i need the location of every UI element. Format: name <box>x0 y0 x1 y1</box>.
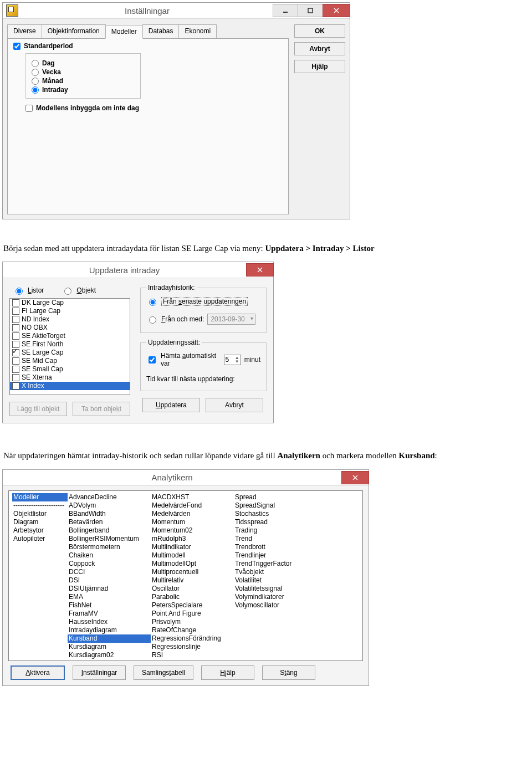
list-item[interactable]: Multimodell <box>151 551 234 560</box>
checkbox-icon[interactable] <box>12 374 19 381</box>
list-item[interactable]: SE Large Cap <box>10 349 130 357</box>
close-button[interactable] <box>341 471 369 484</box>
list-item[interactable]: Stochastics <box>234 510 317 518</box>
nav-column[interactable]: Modeller-----------------------Objektlis… <box>12 493 68 658</box>
checkbox-icon[interactable] <box>12 332 19 340</box>
checkbox-icon[interactable] <box>12 308 19 315</box>
list-item[interactable]: NO OBX <box>10 324 130 332</box>
add-object-button[interactable]: Lägg till objekt <box>9 402 67 416</box>
nav-item[interactable]: Autopiloter <box>12 535 68 543</box>
list-item[interactable]: Trading <box>234 526 317 535</box>
list-item[interactable]: Börstermometern <box>68 543 151 551</box>
tab-diverse[interactable]: Diverse <box>7 24 42 38</box>
checkbox-icon[interactable] <box>12 382 19 390</box>
maximize-button[interactable] <box>298 4 323 17</box>
nav-item[interactable]: ----------------------- <box>12 501 68 510</box>
nav-item[interactable]: Objektlistor <box>12 510 68 518</box>
list-item[interactable]: Tidsspread <box>234 518 317 526</box>
list-item[interactable]: Kursband <box>68 634 151 643</box>
list-item[interactable]: Multirelativ <box>151 576 234 585</box>
list-item[interactable]: EMA <box>68 593 151 601</box>
activate-button[interactable]: Aktivera <box>11 665 65 680</box>
checkbox-icon[interactable] <box>12 324 19 331</box>
list-item[interactable]: DK Large Cap <box>10 299 130 307</box>
list-item[interactable]: SE Small Cap <box>10 365 130 373</box>
list-item[interactable]: Spread <box>234 493 317 501</box>
list-item[interactable]: PetersSpecialare <box>151 601 234 610</box>
update-button[interactable]: Uppdatera <box>142 398 200 412</box>
standardperiod-checkbox[interactable]: Standardperiod <box>13 42 283 50</box>
nav-item[interactable]: Arbetsytor <box>12 526 68 535</box>
list-item[interactable]: mRudolph3 <box>151 535 234 543</box>
list-item[interactable]: BBandWidth <box>68 510 151 518</box>
cancel-button[interactable]: Avbryt <box>294 42 345 55</box>
list-item[interactable]: RSIUtjämnad <box>151 659 234 661</box>
checkbox-icon[interactable] <box>12 349 19 356</box>
list-item[interactable]: MultimodellOpt <box>151 560 234 568</box>
auto-fetch[interactable]: Hämta automatiskt var 5▲▼ minut <box>146 352 260 367</box>
close-button[interactable] <box>246 263 274 277</box>
checkbox-icon[interactable] <box>12 316 19 323</box>
list-item[interactable]: HausseIndex <box>68 618 151 626</box>
list-item[interactable]: ADVolym <box>68 501 151 510</box>
radio-vecka[interactable]: Vecka <box>32 68 135 76</box>
mode-objekt[interactable]: Objekt <box>62 286 96 295</box>
close-dialog-button[interactable]: Stäng <box>262 665 315 680</box>
model-list[interactable]: Modeller-----------------------Objektlis… <box>8 490 363 661</box>
nav-item[interactable]: Diagram <box>12 518 68 526</box>
list-item[interactable]: SpreadSignal <box>234 501 317 510</box>
checkbox-icon[interactable] <box>12 299 19 306</box>
date-picker[interactable]: 2013-09-30 <box>207 314 255 325</box>
list-item[interactable]: MACD <box>68 659 151 661</box>
list-item[interactable]: MACDXHST <box>151 493 234 501</box>
mode-listor[interactable]: Listor <box>13 286 44 295</box>
list-item[interactable]: DSI <box>68 576 151 585</box>
list-item[interactable]: DSIUtjämnad <box>68 585 151 593</box>
model-col-3[interactable]: SpreadSpreadSignalStochasticsTidsspreadT… <box>234 493 317 658</box>
list-item[interactable]: AdvanceDecline <box>68 493 151 501</box>
list-item[interactable]: BollingerRSIMomentum <box>68 535 151 543</box>
tab-objektinformation[interactable]: Objektinformation <box>42 24 106 38</box>
list-item[interactable]: SE AktieTorget <box>10 332 130 340</box>
opt-from-date[interactable]: Från och med: 2013-09-30 <box>146 314 260 325</box>
list-item[interactable]: Regressionslinje <box>151 643 234 651</box>
list-item[interactable]: RateOfChange <box>151 626 234 634</box>
list-item[interactable]: RegressionsFörändring <box>151 634 234 643</box>
list-item[interactable]: Intradaydiagram <box>68 626 151 634</box>
list-item[interactable]: X Index <box>10 382 130 390</box>
list-item[interactable]: Oscillator <box>151 585 234 593</box>
tab-databas[interactable]: Databas <box>142 24 180 38</box>
list-item[interactable]: Kursdiagram02 <box>68 651 151 659</box>
settings-button[interactable]: Inställningar <box>73 665 126 680</box>
list-item[interactable]: Momentum02 <box>151 526 234 535</box>
list-item[interactable]: DCCI <box>68 568 151 576</box>
list-item[interactable]: Trend <box>234 535 317 543</box>
list-item[interactable]: FishNet <box>68 601 151 610</box>
tab-ekonomi[interactable]: Ekonomi <box>178 24 217 38</box>
list-item[interactable]: Coppock <box>68 560 151 568</box>
list-item[interactable]: Momentum <box>151 518 234 526</box>
model-col-1[interactable]: AdvanceDeclineADVolymBBandWidthBetavärde… <box>68 493 151 658</box>
list-item[interactable]: Volymindikatorer <box>234 593 317 601</box>
list-item[interactable]: Multiindikator <box>151 543 234 551</box>
list-item[interactable]: Point And Figure <box>151 610 234 618</box>
inner-checkbox[interactable]: Modellens inbyggda om inte dag <box>25 104 283 112</box>
list-item[interactable]: Prisvolym <box>151 618 234 626</box>
radio-dag[interactable]: Dag <box>32 59 135 67</box>
list-item[interactable]: Trendbrott <box>234 543 317 551</box>
interval-spinner[interactable]: 5▲▼ <box>224 355 241 365</box>
minimize-button[interactable] <box>273 4 298 17</box>
list-item[interactable]: SE First North <box>10 340 130 349</box>
list-item[interactable]: Tvåobjekt <box>234 568 317 576</box>
list-item[interactable]: Volatilitet <box>234 576 317 585</box>
list-item[interactable]: SE Xterna <box>10 373 130 382</box>
model-col-2[interactable]: MACDXHSTMedelvärdeFondMedelvärdenMomentu… <box>151 493 234 658</box>
table-button[interactable]: Samlingstabell <box>134 665 193 680</box>
list-item[interactable]: Chaiken <box>68 551 151 560</box>
list-item[interactable]: Medelvärden <box>151 510 234 518</box>
checkbox-icon[interactable] <box>12 357 19 365</box>
remove-object-button[interactable]: Ta bort objekt <box>73 402 130 416</box>
list-item[interactable]: RSI <box>151 651 234 659</box>
radio-intraday[interactable]: Intraday <box>32 86 135 94</box>
list-item[interactable]: Volatilitetssignal <box>234 585 317 593</box>
